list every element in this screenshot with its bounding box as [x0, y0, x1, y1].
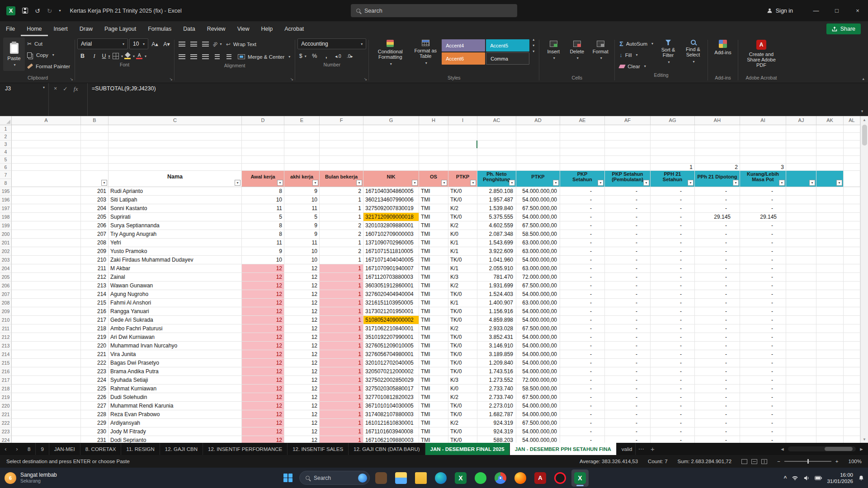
cell-AH224[interactable]: - — [695, 436, 740, 443]
cell-A199[interactable] — [12, 221, 81, 230]
maximize-button[interactable]: □ — [826, 0, 847, 21]
cell-AD5[interactable] — [516, 156, 560, 164]
cell-AH203[interactable]: - — [695, 256, 740, 264]
cell-AK207[interactable] — [816, 290, 844, 299]
cell-AF4[interactable] — [605, 148, 651, 156]
cell-E197[interactable]: 11 — [284, 204, 320, 213]
cell-AJ5[interactable] — [786, 156, 816, 164]
cell-AC5[interactable] — [477, 156, 516, 164]
clear-button[interactable]: Clear▾ — [617, 61, 656, 72]
cell-AI5[interactable] — [740, 156, 786, 164]
cell-D213[interactable]: 12 — [242, 342, 284, 350]
cell-H4[interactable] — [419, 148, 448, 156]
column-header-A[interactable]: A — [12, 116, 81, 125]
vertical-scrollbar-thumb[interactable] — [862, 125, 867, 145]
cell-AG214[interactable]: - — [651, 350, 695, 359]
cell-I4[interactable] — [448, 148, 477, 156]
minimize-button[interactable]: — — [806, 0, 826, 21]
sheet-tab-11-resign[interactable]: 11. RESIGN — [121, 443, 160, 455]
cell-AH215[interactable]: - — [695, 359, 740, 367]
cell-AG201[interactable]: - — [651, 239, 695, 247]
cell-AF3[interactable] — [605, 141, 651, 148]
cell-F201[interactable]: 1 — [320, 239, 363, 247]
cell-C195[interactable]: Rudi Aprianto — [108, 187, 242, 196]
cell-AG5[interactable] — [651, 156, 695, 164]
cell-C204[interactable]: M Akbar — [108, 264, 242, 273]
cell-A213[interactable] — [12, 342, 81, 350]
cell-E219[interactable]: 12 — [284, 393, 320, 402]
cell-AH223[interactable]: - — [695, 427, 740, 436]
cell-D211[interactable]: 12 — [242, 324, 284, 333]
cell-AG223[interactable]: - — [651, 427, 695, 436]
cell-H220[interactable]: TMI — [419, 402, 448, 410]
cell-AH200[interactable]: - — [695, 230, 740, 239]
cell-AJ208[interactable] — [786, 299, 816, 307]
cell-I217[interactable]: K/3 — [448, 376, 477, 385]
cell-I210[interactable]: TK/0 — [448, 316, 477, 324]
cell-AI3[interactable] — [740, 141, 786, 148]
column-header-AH[interactable]: AH — [695, 116, 740, 125]
format-cells-button[interactable]: Format▾ — [589, 38, 612, 71]
cell-AC217[interactable]: 1.273.552 — [477, 376, 516, 385]
addins-button[interactable]: Add-ins — [710, 38, 736, 71]
row-header-223[interactable]: 223 — [0, 427, 12, 436]
cell-G214[interactable]: 3276056704980001 — [363, 350, 419, 359]
cell-AL206[interactable] — [844, 282, 860, 290]
cell-B206[interactable]: 213 — [81, 282, 108, 290]
cell-AI202[interactable]: - — [740, 247, 786, 256]
cell-A5[interactable] — [12, 156, 81, 164]
cell-AG218[interactable]: - — [651, 385, 695, 393]
cell-H204[interactable]: TMI — [419, 264, 448, 273]
cell-D216[interactable]: 12 — [242, 367, 284, 376]
taskbar-app-firefox[interactable] — [512, 469, 529, 487]
cell-D222[interactable]: 12 — [242, 419, 284, 427]
cell-AI204[interactable]: - — [740, 264, 786, 273]
decrease-decimal-button[interactable]: .0▸ — [344, 51, 355, 61]
cell-D221[interactable]: 12 — [242, 410, 284, 419]
cell-I218[interactable]: K/0 — [448, 385, 477, 393]
cell-I196[interactable]: TK/0 — [448, 196, 477, 204]
cell-AI221[interactable]: - — [740, 410, 786, 419]
cell-E222[interactable]: 12 — [284, 419, 320, 427]
cell-AI210[interactable]: - — [740, 316, 786, 324]
cell-F199[interactable]: 2 — [320, 221, 363, 230]
cell-B221[interactable]: 228 — [81, 410, 108, 419]
cell-AF221[interactable]: - — [605, 410, 651, 419]
font-name-select[interactable]: Arial▾ — [77, 38, 128, 49]
cell-E223[interactable]: 12 — [284, 427, 320, 436]
weather-widget[interactable]: 6 Sangat lembab Sekarang — [5, 472, 57, 484]
cell-A211[interactable] — [12, 324, 81, 333]
cell-AJ209[interactable] — [786, 307, 816, 316]
cell-G220[interactable]: 3671010104030005 — [363, 402, 419, 410]
cell-AF220[interactable]: - — [605, 402, 651, 410]
decrease-font-button[interactable]: A▾ — [161, 38, 172, 49]
cell-C207[interactable]: Agung Nugroho — [108, 290, 242, 299]
cell-D203[interactable]: 10 — [242, 256, 284, 264]
cell-AI223[interactable]: - — [740, 427, 786, 436]
cell-C208[interactable]: Fahmi Al Anshori — [108, 299, 242, 307]
cell-G203[interactable]: 1671071404040005 — [363, 256, 419, 264]
cell-D6[interactable] — [242, 164, 284, 171]
find-select-button[interactable]: Find & Select▾ — [681, 38, 705, 71]
accounting-format-button[interactable]: $▾ — [297, 51, 308, 61]
cell-AE4[interactable] — [560, 148, 605, 156]
row-header-222[interactable]: 222 — [0, 419, 12, 427]
cell-AK199[interactable] — [816, 221, 844, 230]
formula-bar-expand-button[interactable]: ▾ — [856, 83, 868, 116]
cell-AC220[interactable]: 2.273.010 — [477, 402, 516, 410]
cell-D206[interactable]: 12 — [242, 282, 284, 290]
cell-G209[interactable]: 3173021201950001 — [363, 307, 419, 316]
cell-AC214[interactable]: 3.189.859 — [477, 350, 516, 359]
row-header-209[interactable]: 209 — [0, 307, 12, 316]
cell-G198[interactable]: 3217120909000018 — [363, 213, 419, 221]
cell-AI198[interactable]: 29.145 — [740, 213, 786, 221]
cell-H210[interactable]: TMI — [419, 316, 448, 324]
cell-C200[interactable]: Try Agung Anugrah — [108, 230, 242, 239]
cell-AD200[interactable]: 58.500.000,00 — [516, 230, 560, 239]
cell-AF211[interactable]: - — [605, 324, 651, 333]
row-header-4[interactable]: 4 — [0, 148, 12, 156]
cell-F221[interactable]: 1 — [320, 410, 363, 419]
cell-AD209[interactable]: 54.000.000,00 — [516, 307, 560, 316]
cell-C5[interactable] — [108, 156, 242, 164]
cell-AC203[interactable]: 1.041.960 — [477, 256, 516, 264]
